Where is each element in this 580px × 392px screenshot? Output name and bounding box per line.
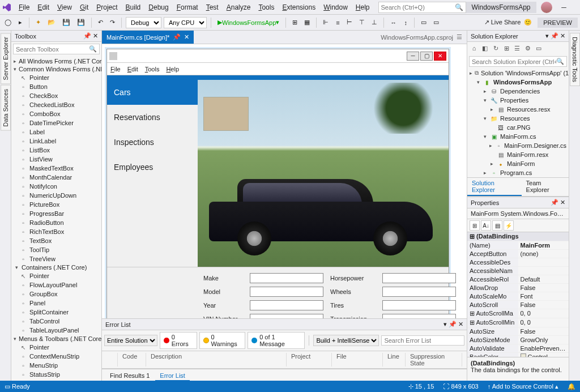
toolbox-item[interactable]: ▫TreeView bbox=[11, 254, 101, 263]
property-row[interactable]: ⊞ AutoScrollMin0, 0 bbox=[467, 318, 569, 327]
close-panel-icon[interactable]: ✕ bbox=[458, 321, 463, 328]
sol-resources[interactable]: ▾📁Resources bbox=[467, 114, 569, 123]
toolbox-item[interactable]: ▫TextBox bbox=[11, 236, 101, 245]
toolbox-item[interactable]: ▫ListBox bbox=[11, 146, 101, 155]
form-close-icon[interactable]: ✕ bbox=[434, 52, 446, 61]
events-icon[interactable]: ⚡ bbox=[504, 220, 514, 231]
sol-carpng[interactable]: 🖼car.PNG bbox=[467, 123, 569, 132]
property-row[interactable]: ⊞ (DataBindings bbox=[467, 232, 569, 241]
close-panel-icon[interactable]: ✕ bbox=[93, 32, 98, 40]
toolbox-item[interactable]: ▫MaskedTextBox bbox=[11, 164, 101, 173]
menu-edit[interactable]: Edit bbox=[33, 2, 53, 13]
menu-view[interactable]: View bbox=[53, 2, 76, 13]
toolbox-group[interactable]: ▾Menus & Toolbars (.NET Core) bbox=[11, 335, 101, 343]
solution-search[interactable]: 🔍 bbox=[469, 56, 567, 67]
new-icon[interactable]: ✦ bbox=[33, 17, 43, 28]
property-row[interactable]: AccessibleRolDefault bbox=[467, 275, 569, 284]
toolbox-item[interactable]: ▫RichTextBox bbox=[11, 227, 101, 236]
toolbox-search-input[interactable] bbox=[16, 46, 89, 53]
close-panel-icon[interactable]: ✕ bbox=[560, 32, 565, 40]
menu-extensions[interactable]: Extensions bbox=[278, 2, 319, 13]
form-menu-tools[interactable]: Tools bbox=[145, 66, 160, 73]
property-row[interactable]: AutoScrollFalse bbox=[467, 301, 569, 309]
menu-window[interactable]: Window bbox=[319, 2, 352, 13]
property-grid[interactable]: ⊞ (DataBindings(Name)MainFormAcceptButto… bbox=[467, 232, 569, 357]
toolbox-group[interactable]: ▾Common Windows Forms (.NET ... bbox=[11, 65, 101, 73]
minimize-icon[interactable]: ─ bbox=[557, 2, 572, 13]
property-row[interactable]: AllowDropFalse bbox=[467, 284, 569, 292]
add-source-control[interactable]: ↑ Add to Source Control ▴ bbox=[488, 383, 558, 390]
errorlist-search[interactable] bbox=[381, 335, 464, 346]
sol-root[interactable]: ▸⧉Solution 'WindowsFormsApp' (1 bbox=[467, 69, 569, 78]
property-row[interactable]: AutoSizeModeGrowOnly bbox=[467, 336, 569, 344]
toolbox-item[interactable]: ▫NotifyIcon bbox=[11, 182, 101, 191]
tb-icon[interactable]: ▦ bbox=[302, 17, 312, 28]
align-icon[interactable]: ⊩ bbox=[321, 17, 331, 28]
toolbox-item[interactable]: ▫CheckedListBox bbox=[11, 100, 101, 109]
quick-search[interactable]: 🔍 bbox=[378, 2, 466, 13]
menu-test[interactable]: Test bbox=[202, 2, 223, 13]
toolbox-item[interactable]: ▫ComboBox bbox=[11, 109, 101, 118]
nav-reservations[interactable]: Reservations bbox=[107, 105, 198, 130]
tab-error-list[interactable]: Error List bbox=[155, 371, 190, 381]
property-row[interactable]: ⊞ AutoScrollMa0, 0 bbox=[467, 309, 569, 318]
sol-project[interactable]: ▾▮WindowsFormsApp bbox=[467, 78, 569, 87]
form-menustrip[interactable]: File Edit Tools Help bbox=[107, 63, 449, 75]
designer-form[interactable]: ─ ▢ ✕ File Edit Tools Help Ca bbox=[106, 49, 449, 318]
sol-mainform-resx[interactable]: ▤MainForm.resx bbox=[467, 150, 569, 159]
messages-filter[interactable]: 0 of 1 Message bbox=[248, 332, 305, 349]
categorized-icon[interactable]: ⊞ bbox=[470, 220, 480, 231]
tb-icon[interactable]: ☰ bbox=[513, 44, 522, 53]
property-row[interactable]: (Name)MainForm bbox=[467, 241, 569, 250]
form-menu-help[interactable]: Help bbox=[166, 66, 179, 73]
build-filter-select[interactable]: Build + IntelliSense bbox=[313, 335, 379, 346]
align-icon[interactable]: ≡ bbox=[333, 17, 342, 28]
open-icon[interactable]: 📂 bbox=[45, 17, 58, 28]
sol-deps[interactable]: ▸⛁Dependencies bbox=[467, 87, 569, 96]
align-icon[interactable]: ⊢ bbox=[344, 17, 355, 28]
data-sources-tab[interactable]: Data Sources bbox=[1, 85, 11, 131]
menu-git[interactable]: Git bbox=[76, 2, 92, 13]
toolbox-item[interactable]: ▫StatusStrip bbox=[11, 370, 101, 379]
menu-help[interactable]: Help bbox=[352, 2, 374, 13]
toolbox-item[interactable]: ↖Pointer bbox=[11, 343, 101, 352]
car-picturebox[interactable] bbox=[198, 80, 449, 267]
order-icon[interactable]: ▭ bbox=[419, 17, 429, 28]
tb-icon[interactable]: ⊞ bbox=[502, 44, 511, 53]
tab-close-icon[interactable]: ✕ bbox=[184, 33, 189, 41]
platform-select[interactable]: Any CPU bbox=[164, 17, 207, 28]
toolbox-item[interactable]: ▫RadioButton bbox=[11, 218, 101, 227]
start-button[interactable]: ▶ WindowsFormsApp ▾ bbox=[215, 17, 282, 28]
config-select[interactable]: Debug bbox=[126, 17, 161, 28]
nav-cars[interactable]: Cars bbox=[107, 80, 198, 105]
tab-find-results[interactable]: Find Results 1 bbox=[105, 371, 154, 381]
toolbox-item[interactable]: ▫ListView bbox=[11, 155, 101, 164]
sol-props[interactable]: ▾🔧Properties bbox=[467, 96, 569, 105]
menu-format[interactable]: Format bbox=[173, 2, 202, 13]
toolbox-item[interactable]: ▫ContextMenuStrip bbox=[11, 352, 101, 361]
nav-back-icon[interactable]: ◯ bbox=[2, 17, 14, 28]
server-explorer-tab[interactable]: Server Explorer bbox=[1, 33, 11, 84]
errorlist-search-input[interactable] bbox=[384, 337, 462, 344]
toolbox-item[interactable]: ▫NumericUpDown bbox=[11, 191, 101, 200]
align-icon[interactable]: ⊥ bbox=[369, 17, 379, 28]
align-icon[interactable]: ⊤ bbox=[357, 17, 367, 28]
space-icon[interactable]: ↕ bbox=[401, 17, 410, 28]
scope-select[interactable]: Entire Solution bbox=[104, 335, 157, 346]
menu-project[interactable]: Project bbox=[92, 2, 121, 13]
pin-icon[interactable]: 📌 bbox=[551, 199, 558, 206]
properties-target[interactable]: MainForm System.Windows.Forms.F bbox=[467, 208, 569, 219]
nav-inspections[interactable]: Inspections bbox=[107, 130, 198, 155]
menu-file[interactable]: File bbox=[15, 2, 33, 13]
toolbox-item[interactable]: ▫TabControl bbox=[11, 317, 101, 326]
toolbox-item[interactable]: ▫MonthCalendar bbox=[11, 173, 101, 182]
property-row[interactable]: AccessibleDes bbox=[467, 258, 569, 267]
field-input[interactable] bbox=[250, 300, 323, 310]
toolbox-item[interactable]: ▫ToolTip bbox=[11, 245, 101, 254]
field-input[interactable] bbox=[382, 273, 456, 283]
form-menu-file[interactable]: File bbox=[110, 66, 121, 73]
toolbox-item[interactable]: ↖Pointer bbox=[11, 73, 101, 82]
diagnostic-tools-tab[interactable]: Diagnostic Tools bbox=[570, 33, 580, 86]
form-minimize-icon[interactable]: ─ bbox=[407, 52, 419, 61]
user-avatar[interactable] bbox=[541, 2, 552, 13]
